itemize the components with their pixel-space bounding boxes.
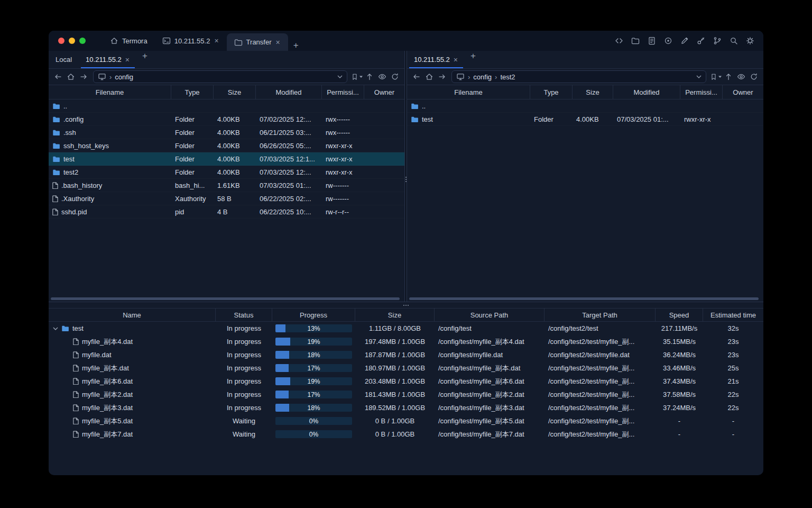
edit-button[interactable] — [679, 35, 690, 47]
path-segment[interactable]: test2 — [500, 73, 515, 81]
progress-bar: 17% — [275, 364, 352, 372]
tab-termora[interactable]: Termora — [103, 31, 155, 51]
horizontal-scrollbar[interactable] — [409, 297, 759, 300]
key-button[interactable] — [695, 35, 707, 47]
transfer-panel: Name Status Progress Size Source Path Ta… — [49, 308, 763, 475]
col-permissions[interactable]: Permissi... — [322, 85, 364, 99]
transfer-row[interactable]: myfile_副本4.dat In progress 19% 197.48MB … — [49, 335, 763, 348]
up-button[interactable] — [723, 71, 734, 83]
transfer-row[interactable]: myfile_副本3.dat In progress 18% 189.52MB … — [49, 401, 763, 414]
forward-arrow-icon — [79, 72, 88, 81]
transfer-row[interactable]: myfile_副本.dat In progress 17% 180.97MB /… — [49, 361, 763, 375]
transfer-row[interactable]: test In progress 13% 1.11GB / 8.00GB /co… — [49, 322, 763, 335]
show-hidden-button[interactable] — [735, 71, 747, 83]
tab-transfer[interactable]: Transfer × — [227, 33, 288, 51]
minimize-window-button[interactable] — [69, 38, 75, 44]
col-speed[interactable]: Speed — [656, 309, 703, 321]
col-size[interactable]: Size — [573, 85, 613, 99]
show-hidden-button[interactable] — [376, 71, 388, 83]
folder-button[interactable] — [630, 35, 641, 47]
new-pane-tab-button[interactable]: + — [137, 51, 153, 68]
transfer-row[interactable]: myfile_副本6.dat In progress 19% 203.48MB … — [49, 375, 763, 388]
col-permissions[interactable]: Permissi... — [680, 85, 723, 99]
transfer-row[interactable]: myfile_副本5.dat Waiting 0% 0 B / 1.00GB /… — [49, 414, 763, 428]
col-owner[interactable]: Owner — [364, 85, 404, 99]
tab-host-terminal[interactable]: 10.211.55.2 × — [155, 31, 227, 51]
code-icon — [615, 37, 623, 45]
record-button[interactable] — [662, 35, 674, 47]
file-row[interactable]: .. — [49, 99, 404, 113]
new-tab-button[interactable]: + — [288, 40, 304, 51]
path-field[interactable]: › config › test2 — [451, 70, 706, 83]
refresh-button[interactable] — [389, 71, 401, 83]
close-icon[interactable]: × — [275, 38, 281, 47]
col-filename[interactable]: Filename — [407, 85, 530, 99]
transfer-row[interactable]: myfile.dat In progress 18% 187.87MB / 1.… — [49, 348, 763, 361]
chevron-down-icon[interactable] — [337, 75, 343, 78]
file-row[interactable]: test2 Folder 4.00KB 07/03/2025 12:... rw… — [49, 166, 404, 179]
col-estimated-time[interactable]: Estimated time — [703, 309, 763, 321]
forward-button[interactable] — [78, 71, 89, 83]
file-row[interactable]: sshd.pid pid 4 B 06/22/2025 10:... rw-r-… — [49, 205, 404, 219]
file-row[interactable]: .bash_history bash_hi... 1.61KB 07/03/20… — [49, 179, 404, 192]
chevron-down-icon[interactable] — [696, 75, 702, 78]
chevron-down-icon[interactable] — [53, 327, 58, 330]
bookmark-button[interactable] — [710, 71, 722, 83]
file-row[interactable]: ssh_host_keys Folder 4.00KB 06/26/2025 0… — [49, 139, 404, 152]
col-status[interactable]: Status — [216, 309, 272, 321]
new-pane-tab-button[interactable]: + — [465, 51, 481, 68]
progress-label: 17% — [275, 391, 352, 398]
file-row[interactable]: .ssh Folder 4.00KB 06/21/2025 03:... rwx… — [49, 126, 404, 139]
col-target-path[interactable]: Target Path — [545, 309, 656, 321]
col-size[interactable]: Size — [355, 309, 435, 321]
tab-remote-host[interactable]: 10.211.55.2 × — [407, 51, 465, 68]
zoom-window-button[interactable] — [79, 38, 86, 44]
col-filename[interactable]: Filename — [49, 85, 171, 99]
path-segment[interactable]: config — [115, 73, 133, 81]
settings-button[interactable] — [744, 35, 756, 47]
col-modified[interactable]: Modified — [613, 85, 680, 99]
tab-local[interactable]: Local — [49, 51, 79, 68]
log-button[interactable] — [646, 35, 658, 47]
file-row[interactable]: test Folder 4.00KB 07/03/2025 01:... rwx… — [407, 113, 763, 126]
search-icon — [730, 37, 738, 45]
file-row[interactable]: .Xauthority Xauthority 58 B 06/22/2025 0… — [49, 192, 404, 205]
col-source-path[interactable]: Source Path — [435, 309, 545, 321]
transfer-splitter[interactable] — [49, 302, 763, 308]
horizontal-scrollbar[interactable] — [51, 297, 400, 300]
forward-button[interactable] — [436, 71, 448, 83]
close-window-button[interactable] — [58, 38, 64, 44]
home-button[interactable] — [65, 71, 77, 83]
file-row-selected[interactable]: test Folder 4.00KB 07/03/2025 12:1... rw… — [49, 152, 404, 166]
right-pane-tab-bar: 10.211.55.2 × + — [407, 51, 763, 69]
file-row[interactable]: .. — [407, 99, 763, 113]
search-button[interactable] — [728, 35, 740, 47]
branch-button[interactable] — [712, 35, 723, 47]
file-row[interactable]: .config Folder 4.00KB 07/02/2025 12:... … — [49, 113, 404, 126]
file-icon — [52, 182, 58, 189]
back-button[interactable] — [411, 71, 422, 83]
transfer-row[interactable]: myfile_副本7.dat Waiting 0% 0 B / 1.00GB /… — [49, 428, 763, 441]
back-button[interactable] — [52, 71, 64, 83]
close-icon[interactable]: × — [214, 37, 219, 45]
refresh-button[interactable] — [748, 71, 760, 83]
col-name[interactable]: Name — [49, 309, 216, 321]
close-icon[interactable]: × — [453, 56, 458, 64]
col-modified[interactable]: Modified — [256, 85, 322, 99]
col-progress[interactable]: Progress — [272, 309, 355, 321]
transfer-row[interactable]: myfile_副本2.dat In progress 17% 181.43MB … — [49, 388, 763, 401]
path-field[interactable]: › config — [93, 70, 347, 83]
col-owner[interactable]: Owner — [723, 85, 763, 99]
code-button[interactable] — [613, 35, 625, 47]
col-type[interactable]: Type — [171, 85, 214, 99]
tab-remote-host[interactable]: 10.211.55.2 × — [79, 51, 137, 68]
col-type[interactable]: Type — [530, 85, 573, 99]
terminal-icon — [162, 37, 171, 45]
up-button[interactable] — [364, 71, 375, 83]
col-size[interactable]: Size — [214, 85, 256, 99]
bookmark-button[interactable] — [351, 71, 363, 83]
close-icon[interactable]: × — [125, 56, 130, 64]
path-segment[interactable]: config — [473, 73, 492, 81]
home-button[interactable] — [423, 71, 435, 83]
transfer-name: test — [72, 324, 84, 332]
